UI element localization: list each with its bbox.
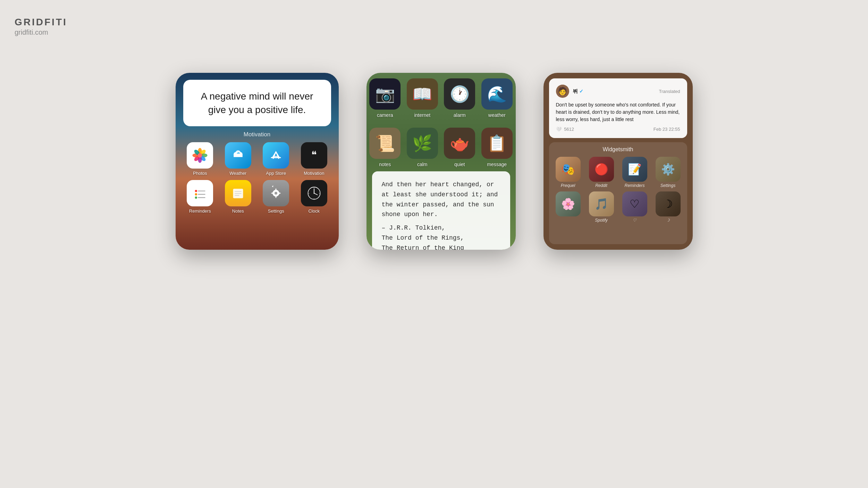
clock-icon: 12 3 6 9 bbox=[301, 180, 327, 206]
motivation-label: Motivation bbox=[183, 131, 331, 138]
brown-reminders-item[interactable]: 📝 Reminders bbox=[620, 157, 650, 188]
motivation-app-label: Motivation bbox=[304, 171, 324, 176]
quote-text: And then her heart changed, or at least … bbox=[382, 180, 500, 220]
card2-calm-item[interactable]: 🌿 calm bbox=[404, 122, 441, 171]
tweet-user-info: 뷔 ✓ bbox=[573, 88, 656, 95]
brown-heart-item[interactable]: ♡ ♡ bbox=[620, 191, 650, 223]
svg-point-29 bbox=[275, 192, 277, 195]
verified-badge: ✓ bbox=[579, 88, 583, 94]
moon-label: ☽ bbox=[666, 218, 670, 223]
app-item-weather[interactable]: ☁ Weather bbox=[221, 142, 255, 176]
notes-icon bbox=[225, 180, 251, 206]
cards-container: A negative mind will never give you a po… bbox=[17, 73, 851, 250]
reminders-brown-icon: 📝 bbox=[622, 157, 647, 182]
settings-label: Settings bbox=[268, 208, 284, 214]
app-item-settings[interactable]: Settings bbox=[259, 180, 293, 214]
brown-apps-row1: 🎭 Prequel 🔴 Reddit 📝 Rem bbox=[553, 157, 683, 188]
tweet-header: 🧑 뷔 ✓ Translated bbox=[556, 85, 680, 98]
brown-reddit-item[interactable]: 🔴 Reddit bbox=[587, 157, 616, 188]
card2-weather-icon: 🌊 bbox=[481, 78, 513, 110]
tweet-widget: 🧑 뷔 ✓ Translated Don't be upset by someo… bbox=[549, 78, 687, 138]
logo-title: GRIDFITI bbox=[15, 17, 67, 28]
card2-calm-icon: 🌿 bbox=[407, 128, 438, 159]
photos-icon bbox=[187, 142, 213, 169]
card1-content: A negative mind will never give you a po… bbox=[176, 73, 339, 221]
svg-point-20 bbox=[195, 193, 197, 195]
card2-icons-row2: 📜 notes 🌿 calm 🫖 quiet bbox=[366, 122, 516, 171]
card2-icons-row1: 📷 camera 📖 internet 🕐 alarm bbox=[366, 73, 516, 122]
motivation-quote: A negative mind will never give you a po… bbox=[192, 89, 323, 117]
card2-content: 📷 camera 📖 internet 🕐 alarm bbox=[366, 73, 516, 250]
brown-moon-item[interactable]: ☽ ☽ bbox=[653, 191, 683, 223]
tweet-footer: 🤍 5612 Feb 23 22:55 bbox=[556, 127, 680, 132]
card2-message-item[interactable]: 📋 message bbox=[478, 122, 516, 171]
app-item-clock[interactable]: 12 3 6 9 Clock bbox=[297, 180, 331, 214]
heart-icon: ♡ bbox=[622, 191, 647, 216]
card2-camera-item[interactable]: 📷 camera bbox=[366, 73, 404, 122]
app-grid-row2: Reminders Notes bbox=[183, 180, 331, 214]
brown-spotify-item[interactable]: 🎵 Spotify bbox=[587, 191, 616, 223]
svg-text:❝: ❝ bbox=[311, 149, 317, 160]
weather-label: Weather bbox=[229, 171, 246, 176]
card2-widgetsmith: 📷 camera 📖 internet 🕐 alarm bbox=[366, 73, 516, 250]
prequel-label: Prequel bbox=[561, 183, 575, 188]
reminders-icon bbox=[187, 180, 213, 206]
tweet-likes: 🤍 5612 bbox=[556, 127, 574, 132]
app-item-appstore[interactable]: A App Store bbox=[259, 142, 293, 176]
logo: GRIDFITI gridfiti.com bbox=[15, 17, 67, 36]
svg-text:☁: ☁ bbox=[236, 151, 240, 155]
logo-url: gridfiti.com bbox=[15, 28, 67, 36]
card2-internet-item[interactable]: 📖 internet bbox=[404, 73, 441, 122]
app-item-motivation[interactable]: ❝ Motivation bbox=[297, 142, 331, 176]
settings-brown-label: Settings bbox=[660, 183, 675, 188]
card2-camera-label: camera bbox=[377, 112, 393, 118]
card2-calm-label: calm bbox=[417, 162, 428, 167]
widgetsmith-title: Widgetsmith bbox=[553, 146, 683, 153]
card2-message-icon: 📋 bbox=[481, 128, 513, 159]
card1-ios-homescreen: A negative mind will never give you a po… bbox=[176, 73, 339, 250]
card2-message-label: message bbox=[487, 162, 507, 167]
moon-icon: ☽ bbox=[656, 191, 681, 216]
app-item-notes[interactable]: Notes bbox=[221, 180, 255, 214]
tweet-translated: Translated bbox=[659, 89, 680, 94]
brown-item-5[interactable]: 🌸 bbox=[553, 191, 583, 223]
appstore-label: App Store bbox=[266, 171, 286, 176]
tweet-text: Don't be upset by someone who's not comf… bbox=[556, 101, 680, 123]
card2-weather-item[interactable]: 🌊 weather bbox=[478, 73, 516, 122]
reminders-label: Reminders bbox=[189, 208, 211, 214]
reddit-label: Reddit bbox=[595, 183, 607, 188]
anime5-icon: 🌸 bbox=[556, 191, 581, 216]
brown-apps-row2: 🌸 🎵 Spotify ♡ ♡ bbox=[553, 191, 683, 223]
app-item-reminders[interactable]: Reminders bbox=[183, 180, 217, 214]
spotify-label: Spotify bbox=[595, 218, 608, 223]
tweet-username: 뷔 ✓ bbox=[573, 88, 656, 95]
card2-quiet-label: quiet bbox=[454, 162, 465, 167]
svg-rect-13 bbox=[234, 154, 243, 157]
brown-settings-item[interactable]: ⚙️ Settings bbox=[653, 157, 683, 188]
card2-notes-item[interactable]: 📜 notes bbox=[366, 122, 404, 171]
card3-content: 🧑 뷔 ✓ Translated Don't be upset by someo… bbox=[543, 73, 693, 250]
quote-widget: And then her heart changed, or at least … bbox=[372, 171, 510, 250]
reminders-brown-label: Reminders bbox=[624, 183, 644, 188]
spotify-icon: 🎵 bbox=[589, 191, 614, 216]
tweet-datetime: Feb 23 22:55 bbox=[654, 127, 680, 132]
heart-label: ♡ bbox=[633, 218, 637, 223]
brown-prequel-item[interactable]: 🎭 Prequel bbox=[553, 157, 583, 188]
card2-camera-icon: 📷 bbox=[369, 78, 401, 110]
card2-notes-label: notes bbox=[379, 162, 391, 167]
settings-icon bbox=[263, 180, 289, 206]
card2-quiet-item[interactable]: 🫖 quiet bbox=[441, 122, 479, 171]
card2-notes-icon: 📜 bbox=[369, 128, 401, 159]
card2-internet-icon: 📖 bbox=[407, 78, 438, 110]
card3-brown-widgetsmith: 🧑 뷔 ✓ Translated Don't be upset by someo… bbox=[543, 73, 693, 250]
svg-point-22 bbox=[195, 197, 197, 199]
appstore-icon: A bbox=[263, 142, 289, 169]
card2-alarm-item[interactable]: 🕐 alarm bbox=[441, 73, 479, 122]
card2-alarm-label: alarm bbox=[454, 112, 466, 118]
app-item-photos[interactable]: Photos bbox=[183, 142, 217, 176]
app-grid-row1: Photos ☁ Weather bbox=[183, 142, 331, 176]
svg-point-9 bbox=[198, 153, 202, 158]
widgetsmith-section: Widgetsmith 🎭 Prequel 🔴 Reddit bbox=[549, 142, 687, 244]
clock-label: Clock bbox=[308, 208, 320, 214]
notes-label: Notes bbox=[232, 208, 244, 214]
